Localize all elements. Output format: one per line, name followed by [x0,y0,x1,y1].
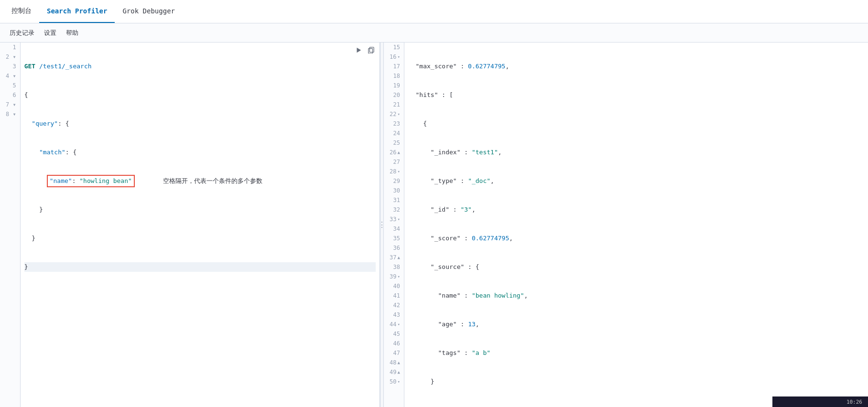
editor-panel: 1 2 ▾ 3 4 ▾ 5 6 7 ▾ 8 ▾ GET /test1/_sear… [0,43,380,407]
history-button[interactable]: 历史记录 [6,27,38,39]
nav-tab-console[interactable]: 控制台 [4,0,39,23]
result-panel: 15 16▾ 17 18 19 20 21 22▾ 23 24 25 26▲ 2… [384,43,868,407]
status-bar: 10:26 [772,396,868,407]
code-editor[interactable]: 1 2 ▾ 3 4 ▾ 5 6 7 ▾ 8 ▾ GET /test1/_sear… [0,43,380,407]
nav-tab-grok-debugger[interactable]: Grok Debugger [115,0,183,23]
svg-marker-0 [357,48,361,53]
editor-line-numbers: 1 2 ▾ 3 4 ▾ 5 6 7 ▾ 8 ▾ [0,43,21,407]
code-line-5: "name": "howling bean" 空格隔开，代表一个条件的多个参数 [24,176,376,186]
editor-toolbar [354,45,376,55]
code-line-6: } [24,205,376,214]
result-content[interactable]: 15 16▾ 17 18 19 20 21 22▾ 23 24 25 26▲ 2… [384,43,868,407]
panel-divider[interactable]: ⋮ [380,43,384,407]
svg-rect-2 [369,47,374,53]
status-time: 10:26 [846,399,862,405]
run-button[interactable] [354,45,363,55]
code-line-8: } [24,262,376,272]
code-line-7: } [24,234,376,243]
top-nav: 控制台 Search Profiler Grok Debugger [0,0,868,23]
code-line-4: "match": { [24,148,376,157]
code-line-1: GET /test1/_search [24,62,376,71]
settings-button[interactable]: 设置 [40,27,60,39]
svg-rect-1 [369,49,373,54]
main-area: 1 2 ▾ 3 4 ▾ 5 6 7 ▾ 8 ▾ GET /test1/_sear… [0,43,868,407]
code-line-2: { [24,90,376,100]
result-line-numbers: 15 16▾ 17 18 19 20 21 22▾ 23 24 25 26▲ 2… [384,43,404,407]
result-code: "max_score" : 0.62774795, "hits" : [ { "… [404,43,868,407]
nav-tab-search-profiler[interactable]: Search Profiler [39,0,115,23]
help-button[interactable]: 帮助 [62,27,82,39]
code-line-3: "query": { [24,119,376,129]
editor-code[interactable]: GET /test1/_search { "query": { "match":… [21,43,380,407]
secondary-toolbar: 历史记录 设置 帮助 [0,23,868,43]
copy-button[interactable] [366,45,376,55]
